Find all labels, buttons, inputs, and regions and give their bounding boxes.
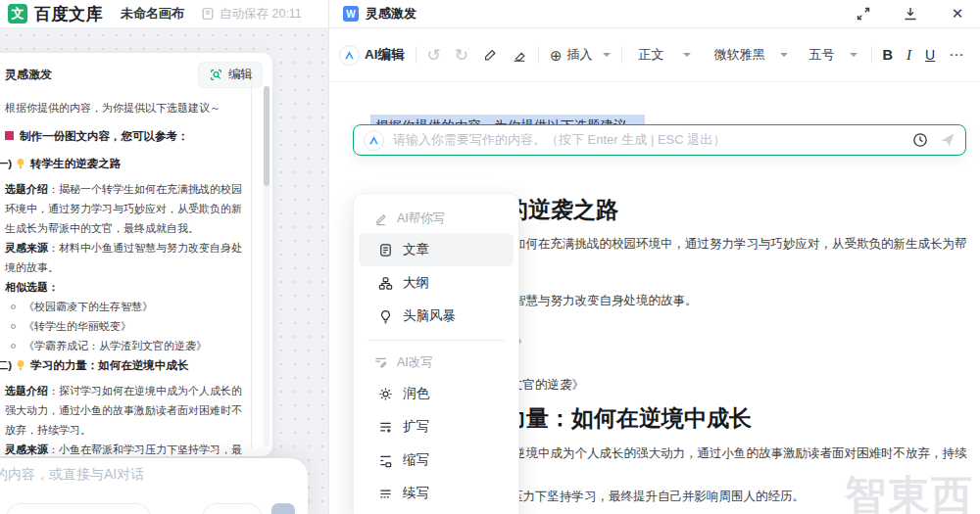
download-button[interactable] [902,5,919,23]
panel-scroll-rule [251,84,252,448]
watermark-logo: 智東西 [845,475,974,514]
menu-section-ai-write: AI帮你写 [354,204,518,233]
autosave-icon [200,6,216,22]
chevron-down-icon [850,53,858,57]
doc-heading-1: 的逆袭之路 [506,195,618,225]
section-heading-label: 制作一份图文内容，您可以参考： [20,130,189,142]
redo-icon[interactable]: ↻ [455,47,468,64]
similar-topics-label: 相似选题： [5,277,249,297]
chat-input-card: 的内容，或直接与AI对话 [0,458,308,514]
brand-name: 百度文库 [34,3,103,25]
menu-item-article[interactable]: 文章 [359,233,514,266]
ai-logo-icon [339,45,360,66]
ai-input-placeholder: 请输入你需要写作的内容。（按下 Enter 生成 | ESC 退出） [393,131,904,149]
menu-divider [368,340,505,341]
menu-section-label: AI帮你写 [397,210,445,227]
topic-1-intro: 选题介绍：揭秘一个转学生如何在充满挑战的校园环境中，通过努力学习与巧妙应对，从受… [5,179,249,238]
menu-item-label: 缩写 [403,451,429,469]
autosave-status: 自动保存 20:11 [200,6,302,23]
history-clock-icon[interactable] [912,132,928,148]
similar-topic-item: 《学霸养成记：从学渣到文官的逆袭》 [5,336,249,355]
similar-topic-text: 《校园霸凌下的生存智慧》 [24,301,153,312]
canvas-doc-name[interactable]: 未命名画布 [121,5,184,23]
lightbulb-emoji-icon [15,357,26,377]
square-bullet-icon [5,131,14,140]
field-label: 灵感来源 [5,242,48,254]
font-size-select[interactable]: 五号 [809,46,858,64]
quick-action-pill[interactable] [6,503,151,514]
section-heading: 制作一份图文内容，您可以参考： [5,126,249,146]
format-painter-icon[interactable] [482,47,498,63]
app-window: 文 百度文库 未命名画布 自动保存 20:11 W 灵感激发 [0,0,980,514]
edit-button[interactable]: 编辑 [198,62,263,88]
chevron-down-icon [780,53,788,57]
menu-item-polish[interactable]: 润色 [359,377,514,410]
chat-input[interactable]: 的内容，或直接与AI对话 [0,466,144,484]
lightbulb-emoji-icon [15,156,26,175]
scan-edit-icon [208,68,223,83]
menu-section-ai-rewrite: AI改写 [354,348,518,377]
edit-button-label: 编辑 [228,67,253,83]
intro-text: 根据你提供的内容，为你提供以下选题建议～ [5,98,249,117]
paragraph-style-select[interactable]: 正文 [639,46,691,64]
chevron-down-icon [683,53,691,57]
ai-logo-icon [364,130,384,151]
field-label: 选题介绍 [5,183,48,195]
menu-item-label: 扩写 [403,418,429,436]
doc-paragraph: 如何在充满挑战的校园环境中，通过努力学习与巧妙应对，从受欺负的新生成长为帮 [514,236,967,253]
underline-button[interactable]: U [925,47,935,63]
menu-item-label: 文章 [403,241,429,258]
bold-button[interactable]: B [883,47,893,63]
rewrite-icon [372,354,388,370]
topic-2-intro: 选题介绍：探讨学习如何在逆境中成为个人成长的强大动力，通过小鱼的故事激励读者面对… [5,381,249,440]
article-icon [377,242,393,257]
circle-bullet-icon [11,324,16,329]
chevron-down-icon [603,53,611,57]
panel-divider [328,0,329,514]
baidu-wenku-logo-icon: 文 [8,4,27,23]
condense-text-icon [377,452,393,468]
top-bar: 文 百度文库 未命名画布 自动保存 20:11 [0,0,328,28]
ai-edit-button[interactable]: AI编辑 [339,45,405,66]
sparkle-icon [377,386,393,401]
field-label: 选题介绍 [5,385,48,397]
font-family-value: 微软雅黑 [714,46,765,64]
panel-title: 灵感激发 [5,67,52,83]
undo-icon[interactable]: ↺ [427,47,441,64]
menu-item-condense[interactable]: 缩写 [359,444,514,477]
menu-item-label: 润色 [403,385,429,402]
circle-bullet-icon [11,304,16,309]
panel-content: 根据你提供的内容，为你提供以下选题建议～ 制作一份图文内容，您可以参考： (一)… [0,92,272,456]
document-title: 灵感激发 [366,5,416,23]
document-header: W 灵感激发 ✕ [329,0,980,28]
scrollbar-thumb[interactable] [264,86,270,186]
menu-item-continue[interactable]: 续写 [359,477,514,510]
word-doc-icon: W [343,6,359,22]
ai-edit-label: AI编辑 [365,46,405,64]
italic-button[interactable]: I [906,47,911,64]
expand-text-icon [377,419,393,435]
inspiration-panel: 灵感激发 编辑 根据你提供的内容，为你提供以下选题建议～ 制作一份图文内容，您可… [0,53,272,456]
ai-writing-input[interactable]: 请输入你需要写作的内容。（按下 Enter 生成 | ESC 退出） [353,124,966,156]
quick-action-pill[interactable] [202,503,263,514]
watermark: 智東西 zhidx.com [845,475,974,514]
paragraph-style-value: 正文 [639,46,664,64]
menu-item-expand[interactable]: 扩写 [359,410,514,444]
eraser-icon[interactable] [512,47,527,63]
similar-topic-item: 《转学生的华丽蜕变》 [5,316,249,336]
ai-actions-dropdown: AI帮你写 文章 大纲 [353,193,519,514]
chat-send-button[interactable] [271,503,295,514]
topic-2-source: 灵感来源：小鱼在帮派和学习压力下坚持学习，最终提升自己并影响周围人的经历。 [5,440,249,456]
menu-item-outline[interactable]: 大纲 [359,266,514,300]
close-icon[interactable]: ✕ [949,5,966,23]
menu-item-brainstorm[interactable]: 头脑风暴 [359,300,514,333]
fullscreen-button[interactable] [855,5,872,23]
menu-item-label: 续写 [403,485,429,502]
topic-1-source: 灵感来源：材料中小鱼通过智慧与努力改变自身处境的故事。 [5,238,249,277]
insert-menu-button[interactable]: ⊕ 插入 [550,46,611,64]
font-family-select[interactable]: 微软雅黑 [714,46,788,64]
send-icon[interactable] [940,132,956,148]
menu-item-label: 头脑风暴 [403,307,456,325]
more-options-icon[interactable]: ⋯ [949,46,964,64]
similar-topic-text: 《转学生的华丽蜕变》 [24,320,131,332]
